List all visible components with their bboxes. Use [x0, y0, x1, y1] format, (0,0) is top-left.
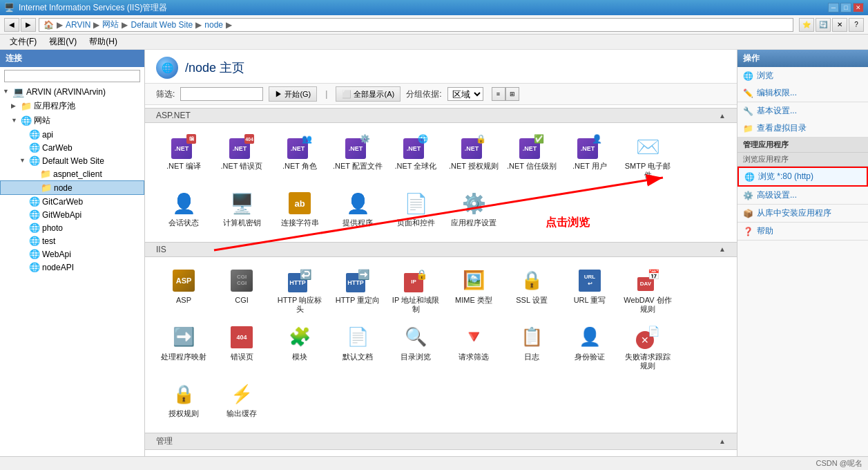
address-website[interactable]: 网站 — [102, 19, 119, 30]
icon-label: MIME 类型 — [455, 296, 492, 305]
address-node[interactable]: node — [204, 20, 223, 30]
sidebar-item-default-web-site[interactable]: ▼ 🌐 Default Web Site — [0, 154, 144, 167]
icon-smtp[interactable]: ✉️ SMTP 电子邮件 — [620, 130, 675, 184]
list-view-btn[interactable]: ≡ — [492, 87, 505, 101]
icon-asp[interactable]: ASP ASP — [156, 264, 211, 318]
stop-icon[interactable]: ✕ — [832, 18, 847, 32]
icon-auth[interactable]: 👤 身份验证 — [562, 321, 617, 375]
sidebar-item-arvin[interactable]: ▼ 💻 ARVIN (ARVIN\Arvin) — [0, 85, 144, 99]
right-panel-basic-settings[interactable]: 🔧 基本设置... — [737, 102, 868, 120]
aspnet-collapse-btn[interactable]: ▲ — [719, 112, 726, 120]
icon-handler[interactable]: ➡️ 处理程序映射 — [156, 321, 211, 375]
filter-start-btn[interactable]: ▶ 开始(G) — [269, 86, 317, 102]
menu-help[interactable]: 帮助(H) — [84, 35, 123, 49]
advanced-icon: ⚙️ — [743, 191, 753, 200]
icon-req-filter[interactable]: 🔻 请求筛选 — [446, 321, 501, 375]
icon-ip-domain[interactable]: IP 🔒 IP 地址和域限制 — [388, 264, 443, 318]
icon-error-page[interactable]: 404 错误页 — [214, 321, 269, 375]
right-panel-browse[interactable]: 🌐 浏览 — [737, 67, 868, 84]
icon-dotnet-config[interactable]: .NET ⚙️ .NET 配置文件 — [330, 130, 385, 184]
icon-url-rewrite[interactable]: URL↩ URL 重写 — [562, 264, 617, 318]
group-select[interactable]: 区域 — [447, 87, 483, 101]
icon-authz[interactable]: 🔒 授权规则 — [156, 377, 211, 422]
sidebar-item-gitwebapi[interactable]: 🌐 GitWebApi — [0, 208, 144, 221]
menu-file[interactable]: 文件(F) — [4, 35, 42, 49]
icon-dotnet-trust[interactable]: .NET ✅ .NET 信任级别 — [504, 130, 559, 184]
sidebar-item-apppool[interactable]: ▶ 📁 应用程序池 — [0, 99, 144, 113]
icon-connect-str[interactable]: ab 连接字符串 — [272, 187, 327, 232]
icon-label: SMTP 电子邮件 — [623, 162, 673, 180]
address-bar: ◀ ▶ 🏠 ▶ ARVIN ▶ 网站 ▶ Default Web Site ▶ … — [0, 15, 868, 35]
icon-app-settings[interactable]: ⚙️ 应用程序设置 — [446, 187, 501, 232]
title-bar-controls[interactable]: ─ □ ✕ — [828, 3, 864, 12]
refresh-icon[interactable]: 🔄 — [816, 18, 831, 32]
sidebar-item-api[interactable]: 🌐 api — [0, 128, 144, 141]
right-panel-install-app[interactable]: 📦 从库中安装应用程序 — [737, 205, 868, 222]
icon-http-redirect[interactable]: HTTP ➡️ HTTP 重定向 — [330, 264, 385, 318]
sidebar-header: 连接 — [0, 50, 144, 67]
menu-view[interactable]: 视图(V) — [44, 35, 82, 49]
sidebar-item-photo[interactable]: 🌐 photo — [0, 221, 144, 234]
icon-session[interactable]: 👤 会话状态 — [156, 187, 211, 232]
icon-module[interactable]: 🧩 模块 — [272, 321, 327, 375]
sidebar-item-gitcarweb[interactable]: 🌐 GitCarWeb — [0, 195, 144, 208]
icon-provider[interactable]: 👤 提供程序 — [330, 187, 385, 232]
right-panel-actions: 操作 🌐 浏览 ✏️ 编辑权限... — [737, 50, 868, 102]
maximize-button[interactable]: □ — [840, 3, 851, 12]
right-panel-edit-perm[interactable]: ✏️ 编辑权限... — [737, 84, 868, 102]
address-default-web-site[interactable]: Default Web Site — [131, 20, 193, 30]
icon-dotnet-auth[interactable]: .NET 🔒 .NET 授权规则 — [446, 130, 501, 184]
right-panel-browse-80[interactable]: 🌐 浏览 *:80 (http) — [737, 167, 868, 187]
websites-icon: 🌐 — [21, 115, 32, 126]
right-panel-advanced[interactable]: ⚙️ 高级设置... — [737, 187, 868, 204]
sidebar-item-test[interactable]: 🌐 test — [0, 234, 144, 247]
forward-button[interactable]: ▶ — [21, 18, 36, 32]
expand-icon: ▼ — [3, 88, 11, 96]
iis-collapse-btn[interactable]: ▲ — [719, 245, 726, 253]
icon-dotnet-global[interactable]: .NET 🌐 .NET 全球化 — [388, 130, 443, 184]
address-arvin[interactable]: ARVIN — [66, 20, 90, 30]
aspnet-icon-grid: .NET 编 .NET 编译 .NET 404 .NET 错误页 — [145, 123, 737, 239]
icon-mime[interactable]: 🖼️ MIME 类型 — [446, 264, 501, 318]
sidebar-test-label: test — [42, 236, 55, 246]
filter-input[interactable] — [180, 87, 263, 101]
icon-dotnet-user[interactable]: .NET 👤 .NET 用户 — [562, 130, 617, 184]
sidebar-item-websites[interactable]: ▼ 🌐 网站 — [0, 113, 144, 128]
icon-failed-req[interactable]: ✕ 📄 失败请求跟踪规则 — [620, 321, 675, 375]
right-panel-view-vdir[interactable]: 📁 查看虚拟目录 — [737, 120, 868, 137]
icon-pages-ctrl[interactable]: 📄 页面和控件 — [388, 187, 443, 232]
manage-label: 管理 — [156, 435, 173, 447]
icon-dir-browse[interactable]: 🔍 目录浏览 — [388, 321, 443, 375]
icon-dotnet-role[interactable]: .NET 👥 .NET 角色 — [272, 130, 327, 184]
sidebar-item-webapi[interactable]: 🌐 WebApi — [0, 247, 144, 261]
sidebar-item-nodeapi[interactable]: 🌐 nodeAPI — [0, 261, 144, 274]
icon-output-cache[interactable]: ⚡ 输出缓存 — [214, 377, 269, 422]
filter-show-all-btn[interactable]: ⬜ 全部显示(A) — [336, 86, 401, 102]
icon-webdav[interactable]: DAV 📅 WebDAV 创作规则 — [620, 264, 675, 318]
icon-http-response[interactable]: HTTP ↩️ HTTP 响应标头 — [272, 264, 327, 318]
icon-machine-key[interactable]: 🖥️ 计算机密钥 — [214, 187, 269, 232]
manage-collapse-btn[interactable]: ▲ — [719, 438, 726, 445]
minimize-button[interactable]: ─ — [828, 3, 839, 12]
manage-app-header: 管理应用程序 — [737, 138, 868, 153]
icon-log[interactable]: 📋 日志 — [504, 321, 559, 375]
icon-dotnet-error[interactable]: .NET 404 .NET 错误页 — [214, 130, 269, 184]
icon-view-btn[interactable]: ⊞ — [505, 87, 519, 101]
help-icon2[interactable]: ? — [849, 18, 864, 32]
sidebar-item-node[interactable]: 📁 node — [0, 180, 144, 195]
favorites-icon[interactable]: ⭐ — [799, 18, 814, 32]
sidebar-item-aspnet-client[interactable]: 📁 aspnet_client — [0, 167, 144, 180]
back-button[interactable]: ◀ — [4, 18, 19, 32]
icon-cgi[interactable]: CGI CGI CGI — [214, 264, 269, 318]
sidebar-item-carweb[interactable]: 🌐 CarWeb — [0, 141, 144, 154]
right-panel-help[interactable]: ❓ 帮助 — [737, 223, 868, 240]
sidebar-arvin-label: ARVIN (ARVIN\Arvin) — [26, 87, 106, 97]
icon-dotnet-compile[interactable]: .NET 编 .NET 编译 — [156, 130, 211, 184]
right-panel-header: 操作 — [737, 50, 868, 67]
icon-default-doc[interactable]: 📄 默认文档 — [330, 321, 385, 375]
sidebar-gitwebapi-label: GitWebApi — [42, 210, 81, 220]
close-button[interactable]: ✕ — [853, 3, 864, 12]
sidebar-default-label: Default Web Site — [42, 156, 104, 166]
sidebar-search-input[interactable] — [4, 70, 140, 82]
icon-ssl[interactable]: 🔒 SSL 设置 — [504, 264, 559, 318]
